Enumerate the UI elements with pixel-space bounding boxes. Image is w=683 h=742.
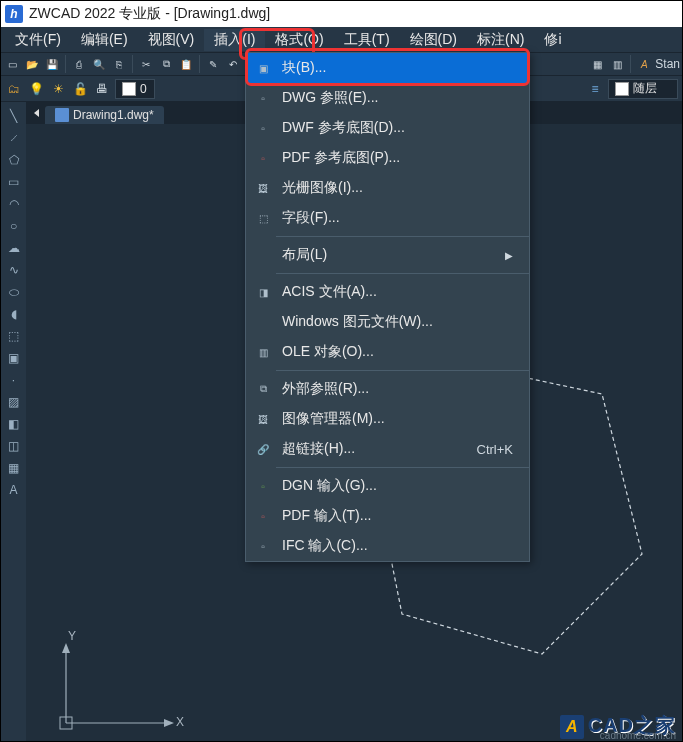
grid-icon[interactable]: ▦	[588, 55, 606, 73]
hatch-icon[interactable]: ▨	[4, 392, 24, 412]
menu-bar: 文件(F) 编辑(E) 视图(V) 插入(I) 格式(O) 工具(T) 绘图(D…	[1, 27, 682, 52]
sun-icon[interactable]: ☀	[49, 80, 67, 98]
watermark-logo: A	[560, 715, 584, 739]
linetype-dropdown[interactable]: 随层	[608, 79, 678, 99]
menu-item-label: DGN 输入(G)...	[282, 477, 513, 495]
rectangle-icon[interactable]: ▭	[4, 172, 24, 192]
dwf-icon: ▫	[254, 119, 272, 137]
polygon-icon[interactable]: ⬠	[4, 150, 24, 170]
arc-icon[interactable]: ◠	[4, 194, 24, 214]
menu-item-dwf-ref[interactable]: ▫ DWF 参考底图(D)...	[246, 113, 529, 143]
paste-icon[interactable]: 📋	[177, 55, 195, 73]
text-style-icon[interactable]: A	[635, 55, 653, 73]
ellipse-icon[interactable]: ⬭	[4, 282, 24, 302]
menu-item-ifc-import[interactable]: ▫ IFC 输入(C)...	[246, 531, 529, 561]
menu-item-hyperlink[interactable]: 🔗 超链接(H)... Ctrl+K	[246, 434, 529, 464]
menu-item-xref[interactable]: ⧉ 外部参照(R)...	[246, 374, 529, 404]
menu-draw[interactable]: 绘图(D)	[400, 29, 467, 51]
lock-icon[interactable]: 🔓	[71, 80, 89, 98]
match-icon[interactable]: ✎	[204, 55, 222, 73]
menu-file[interactable]: 文件(F)	[5, 29, 71, 51]
ifc-icon: ▫	[254, 537, 272, 555]
menu-item-pdf-ref[interactable]: ▫ PDF 参考底图(P)...	[246, 143, 529, 173]
table-icon[interactable]: ▥	[608, 55, 626, 73]
publish-icon[interactable]: ⎘	[110, 55, 128, 73]
menu-separator	[276, 467, 529, 468]
copy-icon[interactable]: ⧉	[157, 55, 175, 73]
menu-item-dwg-ref[interactable]: ▫ DWG 参照(E)...	[246, 83, 529, 113]
image-manager-icon: 🖼	[254, 410, 272, 428]
mtext-icon[interactable]: A	[4, 480, 24, 500]
menu-item-label: 外部参照(R)...	[282, 380, 513, 398]
draw-toolbar: ╲ ⟋ ⬠ ▭ ◠ ○ ☁ ∿ ⬭ ◖ ⬚ ▣ · ▨ ◧ ◫ ▦ A	[1, 102, 26, 741]
menu-item-ole[interactable]: ▥ OLE 对象(O)...	[246, 337, 529, 367]
submenu-arrow-icon: ▶	[505, 250, 513, 261]
circle-icon[interactable]: ○	[4, 216, 24, 236]
cut-icon[interactable]: ✂	[137, 55, 155, 73]
menu-item-label: 块(B)...	[282, 59, 513, 77]
tab-scroll-left-icon[interactable]	[34, 109, 39, 117]
line-icon[interactable]: ╲	[4, 106, 24, 126]
menu-item-label: ACIS 文件(A)...	[282, 283, 513, 301]
document-tab[interactable]: Drawing1.dwg*	[45, 106, 164, 124]
menu-tools[interactable]: 工具(T)	[334, 29, 400, 51]
preview-icon[interactable]: 🔍	[90, 55, 108, 73]
menu-insert[interactable]: 插入(I)	[204, 29, 265, 51]
menu-dimension[interactable]: 标注(N)	[467, 29, 534, 51]
menu-item-field[interactable]: ⬚ 字段(F)...	[246, 203, 529, 233]
layer-dropdown[interactable]: 0	[115, 79, 155, 99]
axis-y-label: Y	[68, 629, 76, 643]
undo-icon[interactable]: ↶	[224, 55, 242, 73]
menu-item-label: PDF 输入(T)...	[282, 507, 513, 525]
menu-item-raster[interactable]: 🖼 光栅图像(I)...	[246, 173, 529, 203]
polyline-icon[interactable]: ⟋	[4, 128, 24, 148]
menu-item-label: Windows 图元文件(W)...	[282, 313, 513, 331]
menu-shortcut: Ctrl+K	[477, 442, 513, 457]
menu-format[interactable]: 格式(O)	[265, 29, 333, 51]
pdf-import-icon: ▫	[254, 507, 272, 525]
layer-manager-icon[interactable]: 🗂	[5, 80, 23, 98]
menu-modify[interactable]: 修i	[534, 29, 571, 51]
open-icon[interactable]: 📂	[23, 55, 41, 73]
document-icon	[55, 108, 69, 122]
spline-icon[interactable]: ∿	[4, 260, 24, 280]
point-icon[interactable]: ·	[4, 370, 24, 390]
menu-item-label: 超链接(H)...	[282, 440, 477, 458]
region-icon[interactable]: ◫	[4, 436, 24, 456]
menu-edit[interactable]: 编辑(E)	[71, 29, 138, 51]
watermark-sub: cadhome.com.cn	[600, 730, 676, 741]
menu-item-wmf[interactable]: Windows 图元文件(W)...	[246, 307, 529, 337]
menu-item-label: 光栅图像(I)...	[282, 179, 513, 197]
menu-view[interactable]: 视图(V)	[138, 29, 205, 51]
menu-item-pdf-import[interactable]: ▫ PDF 输入(T)...	[246, 501, 529, 531]
menu-item-label: IFC 输入(C)...	[282, 537, 513, 555]
linetype-icon[interactable]: ≡	[586, 80, 604, 98]
separator-icon	[630, 55, 631, 73]
menu-item-dgn-import[interactable]: ▫ DGN 输入(G)...	[246, 471, 529, 501]
revcloud-icon[interactable]: ☁	[4, 238, 24, 258]
ellipse-arc-icon[interactable]: ◖	[4, 304, 24, 324]
color-swatch-icon	[615, 82, 629, 96]
menu-item-acis[interactable]: ◨ ACIS 文件(A)...	[246, 277, 529, 307]
pdf-icon: ▫	[254, 149, 272, 167]
insert-block-icon[interactable]: ⬚	[4, 326, 24, 346]
menu-item-image-manager[interactable]: 🖼 图像管理器(M)...	[246, 404, 529, 434]
menu-item-layout[interactable]: 布局(L) ▶	[246, 240, 529, 270]
menu-item-block[interactable]: ▣ 块(B)...	[246, 53, 529, 83]
separator-icon	[65, 55, 66, 73]
acis-icon: ◨	[254, 283, 272, 301]
text-style-label[interactable]: Stan	[655, 57, 680, 71]
field-icon: ⬚	[254, 209, 272, 227]
tab-label: Drawing1.dwg*	[73, 108, 154, 122]
light-icon[interactable]: 💡	[27, 80, 45, 98]
make-block-icon[interactable]: ▣	[4, 348, 24, 368]
plot-icon[interactable]: 🖶	[93, 80, 111, 98]
table-icon[interactable]: ▦	[4, 458, 24, 478]
blank-icon	[254, 246, 272, 264]
print-icon[interactable]: ⎙	[70, 55, 88, 73]
new-icon[interactable]: ▭	[3, 55, 21, 73]
gradient-icon[interactable]: ◧	[4, 414, 24, 434]
save-icon[interactable]: 💾	[43, 55, 61, 73]
separator-icon	[199, 55, 200, 73]
blank-icon	[254, 313, 272, 331]
